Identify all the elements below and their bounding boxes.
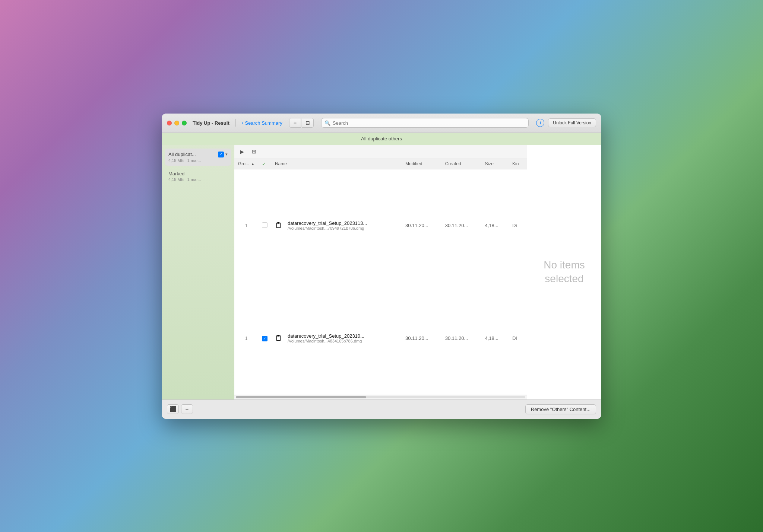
archive-button[interactable]: ⬛	[167, 404, 179, 414]
sidebar-item-marked[interactable]: Marked 4,18 MB - 1 mar...	[165, 168, 231, 185]
file-name-cell: 🗒 datarecovery_trial_Setup_202310... /Vo…	[275, 333, 398, 343]
file-name-text: datarecovery_trial_Setup_2023113... /Vol…	[288, 220, 367, 230]
cell-kind: Di	[509, 282, 527, 395]
toolbar-view-icons: ≡ ⊟	[289, 118, 314, 128]
th-created-label: Created	[445, 161, 461, 166]
cell-size: 4,18...	[481, 169, 509, 282]
table-header: Gro... ▲ ✓ Name Modified	[234, 159, 527, 169]
cell-kind: Di	[509, 169, 527, 282]
cell-modified: 30.11.20...	[402, 282, 441, 395]
list-view-button[interactable]: ≡	[289, 118, 301, 128]
scrollbar-thumb[interactable]	[236, 396, 366, 398]
sidebar-item-all-duplicates[interactable]: All duplicat... ✓ ▾ 4,18 MB - 1 mar...	[165, 149, 231, 166]
th-group[interactable]: Gro... ▲	[234, 159, 258, 169]
no-items-line2: selected	[544, 272, 585, 286]
back-chevron-icon: ‹	[242, 120, 244, 126]
table-row[interactable]: 1 🗒 datarecovery_trial_Setup_2023113... …	[234, 169, 527, 282]
th-modified-label: Modified	[405, 161, 422, 166]
th-kind-label: Kin	[512, 161, 519, 166]
no-items-line1: No items	[544, 258, 585, 272]
play-icon: ▶	[240, 149, 244, 154]
file-name-cell: 🗒 datarecovery_trial_Setup_2023113... /V…	[275, 220, 398, 230]
unlock-label: Unlock Full Version	[553, 120, 591, 125]
scrollbar-track	[236, 396, 525, 398]
unlock-button[interactable]: Unlock Full Version	[548, 118, 596, 127]
table-body: 1 🗒 datarecovery_trial_Setup_2023113... …	[234, 169, 527, 395]
content-area: ▶ ⊞ Gro... ▲	[234, 145, 527, 399]
remove-content-button[interactable]: Remove "Others" Content...	[525, 404, 596, 414]
file-name-main: datarecovery_trial_Setup_202310...	[288, 333, 364, 339]
column-view-button[interactable]: ⊟	[302, 118, 314, 128]
titlebar-divider	[235, 119, 236, 127]
list-view-icon: ≡	[294, 120, 297, 126]
cell-created: 30.11.20...	[441, 282, 481, 395]
right-panel: No items selected	[527, 145, 601, 399]
th-size-label: Size	[485, 161, 494, 166]
cell-group: 1	[234, 169, 258, 282]
cell-name: 🗒 datarecovery_trial_Setup_2023113... /V…	[271, 169, 402, 282]
titlebar: Tidy Up - Result ‹ Search Summary ≡ ⊟ 🔍 …	[162, 114, 601, 133]
file-icon: 🗒	[275, 334, 282, 343]
sidebar-item-controls: ✓ ▾	[218, 152, 228, 157]
bottom-left-icons: ⬛ −	[167, 404, 193, 414]
back-label: Search Summary	[245, 120, 282, 126]
cell-created: 30.11.20...	[441, 169, 481, 282]
close-button[interactable]	[167, 121, 172, 125]
sidebar-item-title: All duplicat...	[168, 152, 196, 157]
cell-checkbox[interactable]	[258, 169, 271, 282]
sidebar-item-header: All duplicat... ✓ ▾	[168, 152, 228, 157]
th-check[interactable]: ✓	[258, 159, 271, 169]
file-table: Gro... ▲ ✓ Name Modified	[234, 159, 527, 395]
th-group-label: Gro...	[238, 161, 249, 166]
file-icon: 🗒	[275, 221, 282, 230]
no-items-message: No items selected	[544, 258, 585, 286]
subtitle-bar: All duplicate others	[162, 133, 601, 145]
cell-size: 4,18...	[481, 282, 509, 395]
grid-icon: ⊞	[252, 149, 256, 154]
remove-item-button[interactable]: −	[181, 404, 193, 414]
search-input[interactable]	[333, 120, 525, 126]
minimize-button[interactable]	[174, 121, 179, 125]
checkbox-empty-icon[interactable]	[262, 222, 267, 228]
file-table-wrapper: Gro... ▲ ✓ Name Modified	[234, 159, 527, 395]
play-button[interactable]: ▶	[238, 147, 246, 156]
cell-group: 1	[234, 282, 258, 395]
sidebar-marked-title: Marked	[168, 171, 228, 176]
cell-name: 🗒 datarecovery_trial_Setup_202310... /Vo…	[271, 282, 402, 395]
sidebar-checkbox[interactable]: ✓	[218, 152, 224, 157]
bottom-bar: ⬛ − Remove "Others" Content...	[162, 399, 601, 419]
th-size[interactable]: Size	[481, 159, 509, 169]
search-icon: 🔍	[324, 120, 330, 126]
th-check-icon: ✓	[262, 161, 266, 167]
file-name-path: /Volumes/Macintosh...70949721b786.dmg	[288, 226, 367, 230]
search-bar[interactable]: 🔍	[321, 118, 529, 128]
content-toolbar: ▶ ⊞	[234, 145, 527, 159]
grid-view-button[interactable]: ⊞	[249, 147, 259, 156]
app-title: Tidy Up - Result	[193, 120, 229, 126]
th-created[interactable]: Created	[441, 159, 481, 169]
cell-modified: 30.11.20...	[402, 169, 441, 282]
table-row[interactable]: 1✓ 🗒 datarecovery_trial_Setup_202310... …	[234, 282, 527, 395]
th-name[interactable]: Name	[271, 159, 402, 169]
remove-btn-label: Remove "Others" Content...	[531, 407, 591, 412]
cell-checkbox[interactable]: ✓	[258, 282, 271, 395]
th-kind[interactable]: Kin	[509, 159, 527, 169]
scrollbar-area[interactable]	[234, 395, 527, 399]
sidebar-item-subtitle: 4,18 MB - 1 mar...	[168, 158, 228, 163]
column-view-icon: ⊟	[305, 120, 310, 126]
th-name-label: Name	[275, 161, 287, 166]
checkbox-checked-icon[interactable]: ✓	[262, 336, 267, 341]
chevron-down-icon[interactable]: ▾	[225, 152, 228, 157]
archive-icon: ⬛	[170, 406, 177, 412]
sidebar-marked-subtitle: 4,18 MB - 1 mar...	[168, 177, 228, 182]
file-name-main: datarecovery_trial_Setup_2023113...	[288, 220, 367, 226]
th-modified[interactable]: Modified	[402, 159, 441, 169]
maximize-button[interactable]	[182, 121, 187, 125]
file-name-text: datarecovery_trial_Setup_202310... /Volu…	[288, 333, 364, 343]
back-button[interactable]: ‹ Search Summary	[242, 120, 282, 126]
minus-icon: −	[186, 406, 189, 412]
sort-asc-icon: ▲	[251, 162, 254, 166]
main-window: Tidy Up - Result ‹ Search Summary ≡ ⊟ 🔍 …	[162, 114, 601, 419]
info-button[interactable]: i	[536, 119, 544, 127]
subtitle-label: All duplicate others	[361, 136, 402, 141]
